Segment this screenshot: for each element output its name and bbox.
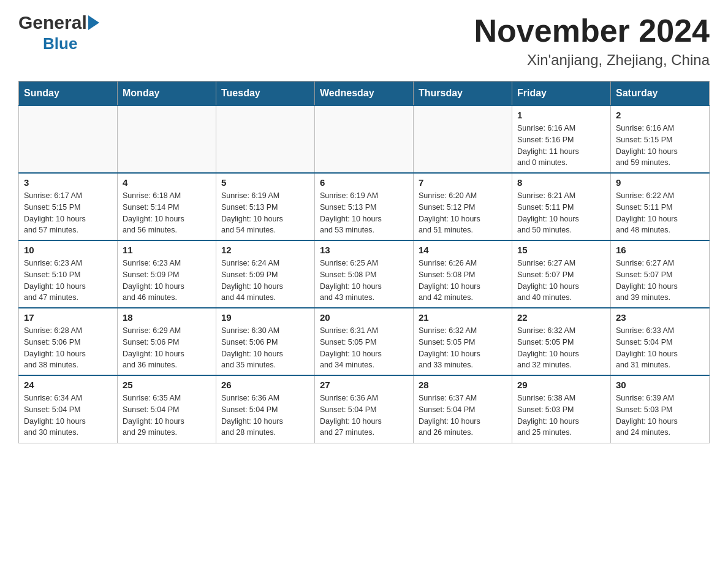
day-number: 14	[419, 245, 507, 255]
calendar-week-1: 1Sunrise: 6:16 AM Sunset: 5:16 PM Daylig…	[19, 105, 710, 173]
logo-blue-text: Blue	[18, 34, 77, 53]
day-number: 21	[419, 312, 507, 323]
month-title: November 2024	[474, 12, 710, 49]
day-info: Sunrise: 6:32 AM Sunset: 5:05 PM Dayligh…	[419, 325, 507, 371]
calendar-cell: 29Sunrise: 6:38 AM Sunset: 5:03 PM Dayli…	[512, 375, 611, 443]
day-number: 20	[320, 312, 408, 323]
calendar-cell: 9Sunrise: 6:22 AM Sunset: 5:11 PM Daylig…	[611, 173, 710, 240]
calendar-cell: 26Sunrise: 6:36 AM Sunset: 5:04 PM Dayli…	[216, 375, 315, 443]
calendar-cell: 1Sunrise: 6:16 AM Sunset: 5:16 PM Daylig…	[512, 105, 611, 173]
day-info: Sunrise: 6:16 AM Sunset: 5:16 PM Dayligh…	[517, 123, 605, 169]
weekday-header-wednesday: Wednesday	[315, 82, 414, 106]
day-info: Sunrise: 6:37 AM Sunset: 5:04 PM Dayligh…	[419, 393, 507, 439]
day-info: Sunrise: 6:35 AM Sunset: 5:04 PM Dayligh…	[123, 393, 211, 439]
logo: General Blue	[18, 12, 99, 53]
calendar-week-3: 10Sunrise: 6:23 AM Sunset: 5:10 PM Dayli…	[19, 240, 710, 308]
weekday-header-thursday: Thursday	[414, 82, 512, 106]
day-info: Sunrise: 6:27 AM Sunset: 5:07 PM Dayligh…	[616, 258, 704, 304]
day-number: 26	[221, 380, 309, 390]
calendar-cell	[315, 105, 414, 173]
day-number: 13	[320, 245, 408, 255]
calendar-cell: 8Sunrise: 6:21 AM Sunset: 5:11 PM Daylig…	[512, 173, 611, 240]
day-number: 11	[123, 245, 211, 255]
day-info: Sunrise: 6:38 AM Sunset: 5:03 PM Dayligh…	[517, 393, 605, 439]
day-number: 29	[517, 380, 605, 390]
calendar-week-2: 3Sunrise: 6:17 AM Sunset: 5:15 PM Daylig…	[19, 173, 710, 240]
day-number: 17	[24, 312, 112, 323]
weekday-header-sunday: Sunday	[19, 82, 118, 106]
calendar-cell: 17Sunrise: 6:28 AM Sunset: 5:06 PM Dayli…	[19, 308, 118, 375]
day-number: 30	[616, 380, 704, 390]
calendar-week-4: 17Sunrise: 6:28 AM Sunset: 5:06 PM Dayli…	[19, 308, 710, 375]
logo-arrow-icon	[88, 15, 99, 30]
day-info: Sunrise: 6:22 AM Sunset: 5:11 PM Dayligh…	[616, 190, 704, 236]
calendar-cell: 14Sunrise: 6:26 AM Sunset: 5:08 PM Dayli…	[414, 240, 512, 308]
weekday-header-row: SundayMondayTuesdayWednesdayThursdayFrid…	[19, 82, 710, 106]
day-number: 12	[221, 245, 309, 255]
calendar-cell: 18Sunrise: 6:29 AM Sunset: 5:06 PM Dayli…	[118, 308, 216, 375]
day-number: 22	[517, 312, 605, 323]
calendar-cell: 10Sunrise: 6:23 AM Sunset: 5:10 PM Dayli…	[19, 240, 118, 308]
day-number: 2	[616, 110, 704, 120]
day-number: 27	[320, 380, 408, 390]
title-section: November 2024 Xin'anjiang, Zhejiang, Chi…	[474, 12, 710, 69]
calendar-cell: 30Sunrise: 6:39 AM Sunset: 5:03 PM Dayli…	[611, 375, 710, 443]
calendar-cell: 13Sunrise: 6:25 AM Sunset: 5:08 PM Dayli…	[315, 240, 414, 308]
calendar-cell	[118, 105, 216, 173]
location-title: Xin'anjiang, Zhejiang, China	[474, 52, 710, 69]
calendar-cell: 28Sunrise: 6:37 AM Sunset: 5:04 PM Dayli…	[414, 375, 512, 443]
day-info: Sunrise: 6:18 AM Sunset: 5:14 PM Dayligh…	[123, 190, 211, 236]
calendar-cell: 12Sunrise: 6:24 AM Sunset: 5:09 PM Dayli…	[216, 240, 315, 308]
day-number: 4	[123, 177, 211, 188]
calendar-cell: 24Sunrise: 6:34 AM Sunset: 5:04 PM Dayli…	[19, 375, 118, 443]
day-info: Sunrise: 6:25 AM Sunset: 5:08 PM Dayligh…	[320, 258, 408, 304]
calendar-cell: 27Sunrise: 6:36 AM Sunset: 5:04 PM Dayli…	[315, 375, 414, 443]
calendar-cell: 25Sunrise: 6:35 AM Sunset: 5:04 PM Dayli…	[118, 375, 216, 443]
day-info: Sunrise: 6:19 AM Sunset: 5:13 PM Dayligh…	[320, 190, 408, 236]
calendar-cell: 15Sunrise: 6:27 AM Sunset: 5:07 PM Dayli…	[512, 240, 611, 308]
weekday-header-monday: Monday	[118, 82, 216, 106]
calendar-cell: 16Sunrise: 6:27 AM Sunset: 5:07 PM Dayli…	[611, 240, 710, 308]
day-info: Sunrise: 6:39 AM Sunset: 5:03 PM Dayligh…	[616, 393, 704, 439]
calendar-cell	[19, 105, 118, 173]
day-info: Sunrise: 6:36 AM Sunset: 5:04 PM Dayligh…	[221, 393, 309, 439]
page-header: General Blue November 2024 Xin'anjiang, …	[18, 12, 710, 69]
logo-general-text: General	[18, 12, 87, 33]
day-info: Sunrise: 6:19 AM Sunset: 5:13 PM Dayligh…	[221, 190, 309, 236]
day-number: 9	[616, 177, 704, 188]
weekday-header-friday: Friday	[512, 82, 611, 106]
day-number: 10	[24, 245, 112, 255]
day-info: Sunrise: 6:23 AM Sunset: 5:09 PM Dayligh…	[123, 258, 211, 304]
day-number: 8	[517, 177, 605, 188]
weekday-header-tuesday: Tuesday	[216, 82, 315, 106]
day-info: Sunrise: 6:30 AM Sunset: 5:06 PM Dayligh…	[221, 325, 309, 371]
day-info: Sunrise: 6:34 AM Sunset: 5:04 PM Dayligh…	[24, 393, 112, 439]
day-info: Sunrise: 6:27 AM Sunset: 5:07 PM Dayligh…	[517, 258, 605, 304]
weekday-header-saturday: Saturday	[611, 82, 710, 106]
calendar-week-5: 24Sunrise: 6:34 AM Sunset: 5:04 PM Dayli…	[19, 375, 710, 443]
day-number: 25	[123, 380, 211, 390]
calendar-cell: 21Sunrise: 6:32 AM Sunset: 5:05 PM Dayli…	[414, 308, 512, 375]
calendar-cell: 5Sunrise: 6:19 AM Sunset: 5:13 PM Daylig…	[216, 173, 315, 240]
calendar-cell	[414, 105, 512, 173]
day-info: Sunrise: 6:17 AM Sunset: 5:15 PM Dayligh…	[24, 190, 112, 236]
day-info: Sunrise: 6:31 AM Sunset: 5:05 PM Dayligh…	[320, 325, 408, 371]
day-info: Sunrise: 6:33 AM Sunset: 5:04 PM Dayligh…	[616, 325, 704, 371]
day-number: 6	[320, 177, 408, 188]
day-info: Sunrise: 6:28 AM Sunset: 5:06 PM Dayligh…	[24, 325, 112, 371]
calendar-cell: 22Sunrise: 6:32 AM Sunset: 5:05 PM Dayli…	[512, 308, 611, 375]
calendar-cell: 7Sunrise: 6:20 AM Sunset: 5:12 PM Daylig…	[414, 173, 512, 240]
calendar-cell: 19Sunrise: 6:30 AM Sunset: 5:06 PM Dayli…	[216, 308, 315, 375]
day-info: Sunrise: 6:16 AM Sunset: 5:15 PM Dayligh…	[616, 123, 704, 169]
day-number: 1	[517, 110, 605, 120]
day-number: 19	[221, 312, 309, 323]
day-number: 24	[24, 380, 112, 390]
day-info: Sunrise: 6:21 AM Sunset: 5:11 PM Dayligh…	[517, 190, 605, 236]
calendar-table: SundayMondayTuesdayWednesdayThursdayFrid…	[18, 81, 710, 443]
calendar-cell: 2Sunrise: 6:16 AM Sunset: 5:15 PM Daylig…	[611, 105, 710, 173]
day-number: 23	[616, 312, 704, 323]
day-number: 28	[419, 380, 507, 390]
calendar-cell: 11Sunrise: 6:23 AM Sunset: 5:09 PM Dayli…	[118, 240, 216, 308]
day-info: Sunrise: 6:23 AM Sunset: 5:10 PM Dayligh…	[24, 258, 112, 304]
day-number: 15	[517, 245, 605, 255]
